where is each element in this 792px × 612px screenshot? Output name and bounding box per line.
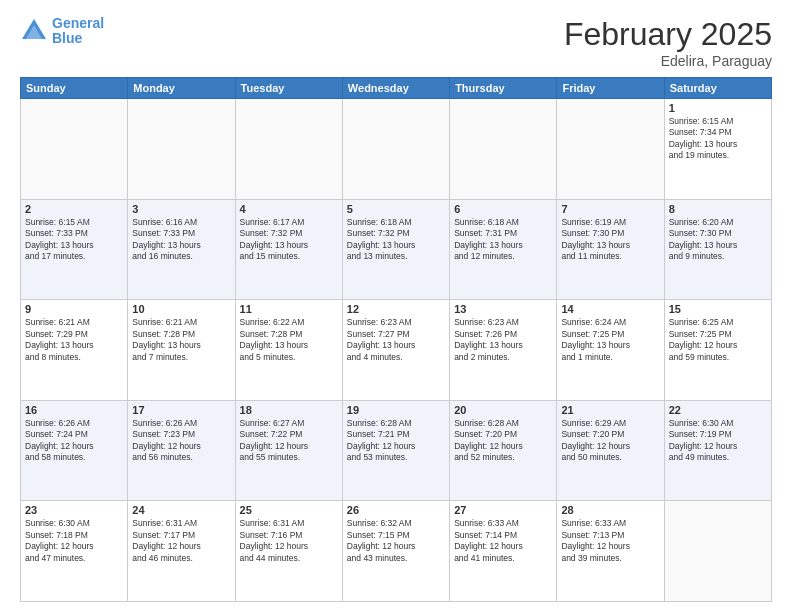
day-info: Sunrise: 6:28 AM Sunset: 7:20 PM Dayligh… — [454, 418, 552, 464]
day-number: 26 — [347, 504, 445, 516]
logo-line2: Blue — [52, 31, 104, 46]
calendar-day — [128, 99, 235, 200]
calendar-day — [450, 99, 557, 200]
calendar-day: 15Sunrise: 6:25 AM Sunset: 7:25 PM Dayli… — [664, 300, 771, 401]
calendar-day — [21, 99, 128, 200]
day-number: 14 — [561, 303, 659, 315]
day-number: 16 — [25, 404, 123, 416]
calendar-day: 17Sunrise: 6:26 AM Sunset: 7:23 PM Dayli… — [128, 400, 235, 501]
day-info: Sunrise: 6:18 AM Sunset: 7:32 PM Dayligh… — [347, 217, 445, 263]
day-number: 27 — [454, 504, 552, 516]
day-info: Sunrise: 6:29 AM Sunset: 7:20 PM Dayligh… — [561, 418, 659, 464]
calendar-day: 18Sunrise: 6:27 AM Sunset: 7:22 PM Dayli… — [235, 400, 342, 501]
calendar-day — [664, 501, 771, 602]
calendar-day: 25Sunrise: 6:31 AM Sunset: 7:16 PM Dayli… — [235, 501, 342, 602]
calendar-table: SundayMondayTuesdayWednesdayThursdayFrid… — [20, 77, 772, 602]
calendar-day: 12Sunrise: 6:23 AM Sunset: 7:27 PM Dayli… — [342, 300, 449, 401]
day-number: 21 — [561, 404, 659, 416]
weekday-sunday: Sunday — [21, 78, 128, 99]
calendar-day: 23Sunrise: 6:30 AM Sunset: 7:18 PM Dayli… — [21, 501, 128, 602]
calendar-day: 28Sunrise: 6:33 AM Sunset: 7:13 PM Dayli… — [557, 501, 664, 602]
day-number: 1 — [669, 102, 767, 114]
day-number: 7 — [561, 203, 659, 215]
day-info: Sunrise: 6:26 AM Sunset: 7:24 PM Dayligh… — [25, 418, 123, 464]
day-number: 8 — [669, 203, 767, 215]
day-info: Sunrise: 6:33 AM Sunset: 7:14 PM Dayligh… — [454, 518, 552, 564]
day-info: Sunrise: 6:32 AM Sunset: 7:15 PM Dayligh… — [347, 518, 445, 564]
day-number: 25 — [240, 504, 338, 516]
title-block: February 2025 Edelira, Paraguay — [564, 16, 772, 69]
day-number: 23 — [25, 504, 123, 516]
calendar-week-1: 1Sunrise: 6:15 AM Sunset: 7:34 PM Daylig… — [21, 99, 772, 200]
calendar-week-5: 23Sunrise: 6:30 AM Sunset: 7:18 PM Dayli… — [21, 501, 772, 602]
logo: General Blue — [20, 16, 104, 47]
page: General Blue February 2025 Edelira, Para… — [0, 0, 792, 612]
day-info: Sunrise: 6:19 AM Sunset: 7:30 PM Dayligh… — [561, 217, 659, 263]
calendar-day: 21Sunrise: 6:29 AM Sunset: 7:20 PM Dayli… — [557, 400, 664, 501]
calendar-day: 19Sunrise: 6:28 AM Sunset: 7:21 PM Dayli… — [342, 400, 449, 501]
calendar-day: 11Sunrise: 6:22 AM Sunset: 7:28 PM Dayli… — [235, 300, 342, 401]
day-number: 4 — [240, 203, 338, 215]
calendar-day: 9Sunrise: 6:21 AM Sunset: 7:29 PM Daylig… — [21, 300, 128, 401]
day-number: 3 — [132, 203, 230, 215]
logo-text: General Blue — [52, 16, 104, 47]
calendar-day: 16Sunrise: 6:26 AM Sunset: 7:24 PM Dayli… — [21, 400, 128, 501]
calendar-day: 3Sunrise: 6:16 AM Sunset: 7:33 PM Daylig… — [128, 199, 235, 300]
calendar-day: 14Sunrise: 6:24 AM Sunset: 7:25 PM Dayli… — [557, 300, 664, 401]
calendar-day: 1Sunrise: 6:15 AM Sunset: 7:34 PM Daylig… — [664, 99, 771, 200]
day-info: Sunrise: 6:20 AM Sunset: 7:30 PM Dayligh… — [669, 217, 767, 263]
day-number: 12 — [347, 303, 445, 315]
day-number: 15 — [669, 303, 767, 315]
calendar-day: 6Sunrise: 6:18 AM Sunset: 7:31 PM Daylig… — [450, 199, 557, 300]
day-number: 5 — [347, 203, 445, 215]
day-info: Sunrise: 6:28 AM Sunset: 7:21 PM Dayligh… — [347, 418, 445, 464]
day-info: Sunrise: 6:17 AM Sunset: 7:32 PM Dayligh… — [240, 217, 338, 263]
day-info: Sunrise: 6:24 AM Sunset: 7:25 PM Dayligh… — [561, 317, 659, 363]
day-number: 18 — [240, 404, 338, 416]
day-info: Sunrise: 6:18 AM Sunset: 7:31 PM Dayligh… — [454, 217, 552, 263]
weekday-header-row: SundayMondayTuesdayWednesdayThursdayFrid… — [21, 78, 772, 99]
day-info: Sunrise: 6:23 AM Sunset: 7:27 PM Dayligh… — [347, 317, 445, 363]
calendar-day: 10Sunrise: 6:21 AM Sunset: 7:28 PM Dayli… — [128, 300, 235, 401]
calendar-day: 2Sunrise: 6:15 AM Sunset: 7:33 PM Daylig… — [21, 199, 128, 300]
header: General Blue February 2025 Edelira, Para… — [20, 16, 772, 69]
day-number: 28 — [561, 504, 659, 516]
calendar-day: 22Sunrise: 6:30 AM Sunset: 7:19 PM Dayli… — [664, 400, 771, 501]
day-info: Sunrise: 6:22 AM Sunset: 7:28 PM Dayligh… — [240, 317, 338, 363]
day-number: 17 — [132, 404, 230, 416]
day-info: Sunrise: 6:21 AM Sunset: 7:28 PM Dayligh… — [132, 317, 230, 363]
day-info: Sunrise: 6:33 AM Sunset: 7:13 PM Dayligh… — [561, 518, 659, 564]
calendar-day: 26Sunrise: 6:32 AM Sunset: 7:15 PM Dayli… — [342, 501, 449, 602]
day-info: Sunrise: 6:23 AM Sunset: 7:26 PM Dayligh… — [454, 317, 552, 363]
day-number: 19 — [347, 404, 445, 416]
calendar-day: 13Sunrise: 6:23 AM Sunset: 7:26 PM Dayli… — [450, 300, 557, 401]
location-subtitle: Edelira, Paraguay — [564, 53, 772, 69]
day-number: 6 — [454, 203, 552, 215]
calendar-day — [342, 99, 449, 200]
day-number: 24 — [132, 504, 230, 516]
calendar-day — [235, 99, 342, 200]
day-number: 20 — [454, 404, 552, 416]
day-info: Sunrise: 6:16 AM Sunset: 7:33 PM Dayligh… — [132, 217, 230, 263]
calendar-day: 24Sunrise: 6:31 AM Sunset: 7:17 PM Dayli… — [128, 501, 235, 602]
day-info: Sunrise: 6:15 AM Sunset: 7:33 PM Dayligh… — [25, 217, 123, 263]
weekday-tuesday: Tuesday — [235, 78, 342, 99]
weekday-friday: Friday — [557, 78, 664, 99]
day-number: 9 — [25, 303, 123, 315]
day-info: Sunrise: 6:15 AM Sunset: 7:34 PM Dayligh… — [669, 116, 767, 162]
weekday-thursday: Thursday — [450, 78, 557, 99]
calendar-week-3: 9Sunrise: 6:21 AM Sunset: 7:29 PM Daylig… — [21, 300, 772, 401]
day-info: Sunrise: 6:30 AM Sunset: 7:18 PM Dayligh… — [25, 518, 123, 564]
calendar-week-4: 16Sunrise: 6:26 AM Sunset: 7:24 PM Dayli… — [21, 400, 772, 501]
calendar-week-2: 2Sunrise: 6:15 AM Sunset: 7:33 PM Daylig… — [21, 199, 772, 300]
calendar-day: 27Sunrise: 6:33 AM Sunset: 7:14 PM Dayli… — [450, 501, 557, 602]
day-info: Sunrise: 6:25 AM Sunset: 7:25 PM Dayligh… — [669, 317, 767, 363]
calendar-day: 7Sunrise: 6:19 AM Sunset: 7:30 PM Daylig… — [557, 199, 664, 300]
calendar-day: 4Sunrise: 6:17 AM Sunset: 7:32 PM Daylig… — [235, 199, 342, 300]
day-info: Sunrise: 6:21 AM Sunset: 7:29 PM Dayligh… — [25, 317, 123, 363]
logo-icon — [20, 17, 48, 45]
calendar-day — [557, 99, 664, 200]
weekday-saturday: Saturday — [664, 78, 771, 99]
weekday-wednesday: Wednesday — [342, 78, 449, 99]
calendar-day: 8Sunrise: 6:20 AM Sunset: 7:30 PM Daylig… — [664, 199, 771, 300]
